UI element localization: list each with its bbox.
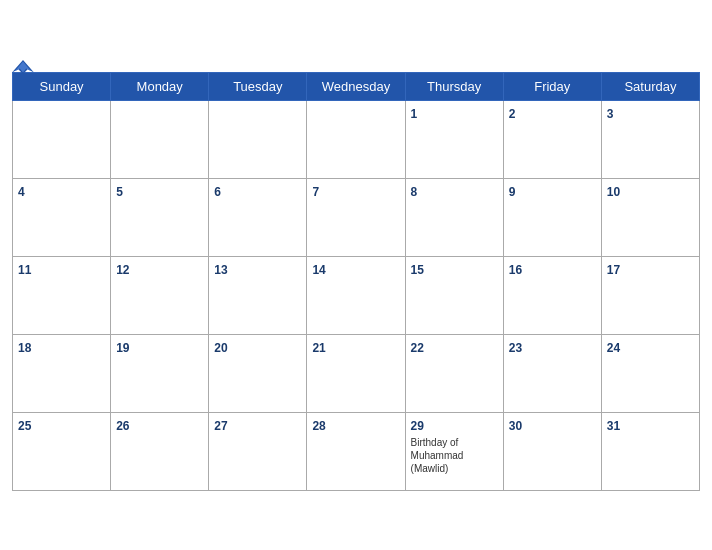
day-number: 24 <box>607 341 620 355</box>
calendar-cell: 4 <box>13 178 111 256</box>
calendar-cell: 11 <box>13 256 111 334</box>
calendar-cell: 27 <box>209 412 307 490</box>
week-row-5: 2526272829Birthday of Muhammad (Mawlid)3… <box>13 412 700 490</box>
calendar-cell: 19 <box>111 334 209 412</box>
day-number: 13 <box>214 263 227 277</box>
day-number: 6 <box>214 185 221 199</box>
day-number: 30 <box>509 419 522 433</box>
day-number: 3 <box>607 107 614 121</box>
calendar-cell: 10 <box>601 178 699 256</box>
calendar-cell: 29Birthday of Muhammad (Mawlid) <box>405 412 503 490</box>
logo-bird-icon <box>12 58 34 76</box>
calendar-cell: 23 <box>503 334 601 412</box>
week-row-4: 18192021222324 <box>13 334 700 412</box>
weekday-header-wednesday: Wednesday <box>307 72 405 100</box>
calendar-wrapper: SundayMondayTuesdayWednesdayThursdayFrid… <box>0 48 712 503</box>
calendar-cell: 22 <box>405 334 503 412</box>
day-number: 29 <box>411 419 424 433</box>
calendar-cell: 15 <box>405 256 503 334</box>
weekday-header-friday: Friday <box>503 72 601 100</box>
calendar-cell: 31 <box>601 412 699 490</box>
week-row-2: 45678910 <box>13 178 700 256</box>
day-number: 26 <box>116 419 129 433</box>
week-row-3: 11121314151617 <box>13 256 700 334</box>
day-number: 14 <box>312 263 325 277</box>
day-number: 20 <box>214 341 227 355</box>
day-number: 25 <box>18 419 31 433</box>
day-number: 5 <box>116 185 123 199</box>
calendar-cell: 17 <box>601 256 699 334</box>
day-number: 4 <box>18 185 25 199</box>
day-number: 10 <box>607 185 620 199</box>
calendar-cell: 16 <box>503 256 601 334</box>
calendar-cell: 18 <box>13 334 111 412</box>
logo-area <box>12 58 36 76</box>
calendar-cell: 2 <box>503 100 601 178</box>
calendar-cell: 25 <box>13 412 111 490</box>
calendar-cell: 8 <box>405 178 503 256</box>
event-text: Birthday of Muhammad (Mawlid) <box>411 436 498 475</box>
week-row-1: 123 <box>13 100 700 178</box>
calendar-cell: 7 <box>307 178 405 256</box>
day-number: 23 <box>509 341 522 355</box>
day-number: 31 <box>607 419 620 433</box>
calendar-cell: 26 <box>111 412 209 490</box>
calendar-cell: 28 <box>307 412 405 490</box>
day-number: 12 <box>116 263 129 277</box>
calendar-cell: 9 <box>503 178 601 256</box>
calendar-cell: 14 <box>307 256 405 334</box>
day-number: 15 <box>411 263 424 277</box>
day-number: 19 <box>116 341 129 355</box>
calendar-cell: 6 <box>209 178 307 256</box>
weekday-header-row: SundayMondayTuesdayWednesdayThursdayFrid… <box>13 72 700 100</box>
day-number: 18 <box>18 341 31 355</box>
calendar-cell: 12 <box>111 256 209 334</box>
calendar-cell: 3 <box>601 100 699 178</box>
day-number: 7 <box>312 185 319 199</box>
calendar-cell: 20 <box>209 334 307 412</box>
day-number: 27 <box>214 419 227 433</box>
calendar-cell: 30 <box>503 412 601 490</box>
weekday-header-thursday: Thursday <box>405 72 503 100</box>
day-number: 8 <box>411 185 418 199</box>
day-number: 16 <box>509 263 522 277</box>
weekday-header-monday: Monday <box>111 72 209 100</box>
calendar-cell: 24 <box>601 334 699 412</box>
calendar-table: SundayMondayTuesdayWednesdayThursdayFrid… <box>12 72 700 491</box>
calendar-cell: 13 <box>209 256 307 334</box>
weekday-header-saturday: Saturday <box>601 72 699 100</box>
weekday-header-tuesday: Tuesday <box>209 72 307 100</box>
calendar-header <box>12 58 700 66</box>
calendar-cell <box>209 100 307 178</box>
day-number: 9 <box>509 185 516 199</box>
day-number: 21 <box>312 341 325 355</box>
calendar-cell: 21 <box>307 334 405 412</box>
day-number: 22 <box>411 341 424 355</box>
calendar-cell: 5 <box>111 178 209 256</box>
day-number: 28 <box>312 419 325 433</box>
day-number: 11 <box>18 263 31 277</box>
day-number: 1 <box>411 107 418 121</box>
calendar-cell: 1 <box>405 100 503 178</box>
weekday-header-sunday: Sunday <box>13 72 111 100</box>
calendar-cell <box>13 100 111 178</box>
calendar-cell <box>111 100 209 178</box>
day-number: 17 <box>607 263 620 277</box>
day-number: 2 <box>509 107 516 121</box>
calendar-cell <box>307 100 405 178</box>
